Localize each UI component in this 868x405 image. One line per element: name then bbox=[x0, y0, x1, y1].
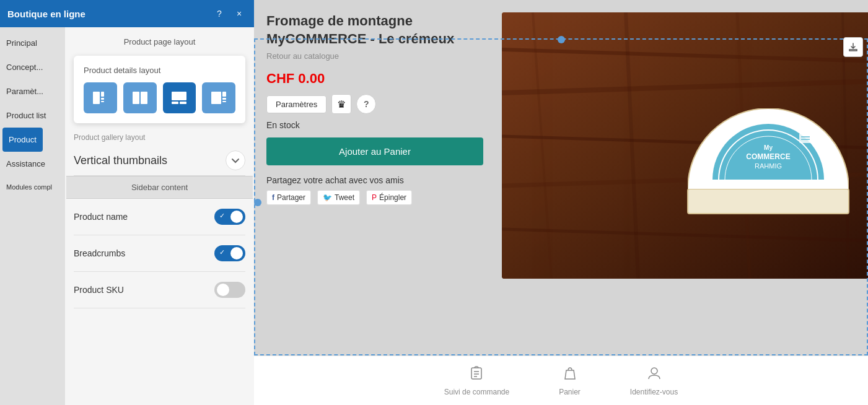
gallery-layout-title: Product gallery layout bbox=[74, 133, 245, 142]
share-section: Partagez votre achat avec vos amis f Par… bbox=[266, 175, 502, 205]
share-pinterest-label: Épingler bbox=[379, 193, 406, 202]
panel-body: Principal Concept... Paramèt... Product … bbox=[0, 27, 254, 405]
cart-icon bbox=[562, 365, 578, 385]
add-to-cart-button[interactable]: Ajouter au Panier bbox=[266, 137, 483, 165]
login-icon bbox=[646, 365, 662, 385]
svg-rect-11 bbox=[222, 98, 226, 100]
layout-option-4[interactable] bbox=[202, 82, 235, 113]
layout-option-2[interactable] bbox=[123, 82, 157, 113]
user-icon bbox=[646, 365, 662, 381]
facebook-icon: f bbox=[272, 193, 274, 202]
sidebar-item-product-list[interactable]: Product list bbox=[0, 103, 52, 128]
svg-rect-8 bbox=[180, 102, 186, 104]
product-image-svg: My COMMERCE RAHMIG bbox=[502, 12, 868, 279]
gallery-dropdown[interactable]: Vertical thumbnails bbox=[74, 146, 245, 176]
bottom-bar: Suivi de commande Panier bbox=[254, 355, 868, 405]
share-buttons: f Partager 🐦 Tweet P Épingler bbox=[266, 190, 502, 205]
login-label: Identifiez-vous bbox=[630, 388, 678, 396]
panel-title: Boutique en ligne bbox=[7, 9, 85, 19]
cart-label: Panier bbox=[559, 388, 581, 396]
sidebar-nav: Principal Concept... Paramèt... Product … bbox=[0, 27, 65, 405]
product-image: My COMMERCE RAHMIG bbox=[502, 12, 868, 279]
parametres-button[interactable]: Paramètres bbox=[266, 95, 327, 113]
sidebar-item-assistance[interactable]: Assistance bbox=[0, 152, 51, 176]
svg-rect-7 bbox=[172, 102, 178, 104]
download-icon bbox=[848, 42, 858, 52]
header-icons: ? × bbox=[212, 6, 247, 21]
layout-option-1[interactable] bbox=[84, 82, 117, 113]
order-tracking-icon bbox=[468, 365, 484, 385]
svg-rect-10 bbox=[222, 92, 226, 97]
layout-icon-3 bbox=[170, 89, 188, 107]
chevron-down-icon bbox=[231, 156, 240, 165]
svg-point-40 bbox=[651, 368, 657, 374]
left-panel: Boutique en ligne ? × Principal Concept.… bbox=[0, 0, 254, 405]
share-facebook-label: Partager bbox=[277, 193, 305, 202]
clipboard-icon bbox=[468, 365, 484, 381]
dropdown-arrow-icon[interactable] bbox=[226, 150, 245, 170]
download-button[interactable] bbox=[843, 37, 863, 57]
product-image-container: My COMMERCE RAHMIG bbox=[502, 12, 868, 355]
share-facebook[interactable]: f Partager bbox=[266, 190, 311, 205]
selection-handle-left bbox=[254, 199, 261, 206]
svg-rect-33 bbox=[799, 133, 812, 143]
twitter-icon: 🐦 bbox=[323, 193, 332, 202]
details-layout-title: Product details layout bbox=[84, 66, 235, 75]
product-info: Fromage de montagne MyCOMMERCE - Le crém… bbox=[266, 12, 502, 355]
help-product-button[interactable]: ? bbox=[356, 94, 376, 114]
bottom-item-cart[interactable]: Panier bbox=[559, 365, 581, 396]
app-container: Boutique en ligne ? × Principal Concept.… bbox=[0, 0, 868, 405]
bottom-item-login[interactable]: Identifiez-vous bbox=[630, 365, 678, 396]
share-pinterest[interactable]: P Épingler bbox=[366, 190, 412, 205]
product-title: Fromage de montagne MyCOMMERCE - Le crém… bbox=[266, 12, 502, 48]
svg-text:RAHMIG: RAHMIG bbox=[755, 162, 782, 170]
sidebar-item-concept[interactable]: Concept... bbox=[0, 55, 49, 79]
layout-icon-4 bbox=[210, 89, 227, 107]
svg-rect-4 bbox=[133, 92, 139, 104]
svg-rect-0 bbox=[93, 92, 100, 104]
svg-rect-5 bbox=[141, 92, 147, 104]
layout-options bbox=[84, 82, 235, 113]
close-button[interactable]: × bbox=[232, 6, 247, 21]
svg-rect-23 bbox=[688, 189, 849, 214]
bottom-item-order-tracking[interactable]: Suivi de commande bbox=[444, 365, 509, 396]
toggle-product-sku-switch[interactable] bbox=[214, 282, 245, 298]
toggle-product-sku-label: Product SKU bbox=[74, 285, 124, 295]
toggle-product-name: Product name ✓ bbox=[74, 199, 245, 235]
toggle-product-name-switch[interactable]: ✓ bbox=[214, 209, 245, 225]
order-tracking-label: Suivi de commande bbox=[444, 388, 509, 396]
share-title: Partagez votre achat avec vos amis bbox=[266, 175, 502, 185]
product-actions: Paramètres ♛ ? bbox=[266, 94, 502, 114]
sidebar-item-parametres[interactable]: Paramèt... bbox=[0, 79, 50, 103]
sidebar-content-header: Sidebar content bbox=[66, 176, 253, 199]
svg-rect-6 bbox=[172, 92, 186, 100]
gallery-option-label: Vertical thumbnails bbox=[74, 154, 167, 167]
svg-rect-36 bbox=[471, 368, 481, 379]
sidebar-item-principal[interactable]: Principal bbox=[0, 31, 43, 55]
page-layout-title: Product page layout bbox=[74, 36, 245, 47]
selection-handle-top bbox=[558, 36, 565, 43]
stock-status: En stock bbox=[266, 120, 502, 130]
svg-rect-2 bbox=[101, 98, 104, 100]
panel-content: Product page layout Product details layo… bbox=[65, 27, 254, 405]
toggle-breadcrumbs-switch[interactable]: ✓ bbox=[214, 245, 245, 261]
sidebar-item-product[interactable]: Product bbox=[2, 128, 43, 152]
share-twitter-label: Tweet bbox=[335, 193, 354, 202]
preview-area: Fromage de montagne MyCOMMERCE - Le crém… bbox=[254, 0, 868, 405]
toggle-product-sku: Product SKU bbox=[74, 272, 245, 308]
toggle-thumb-2 bbox=[230, 247, 243, 259]
share-twitter[interactable]: 🐦 Tweet bbox=[317, 190, 360, 205]
svg-rect-9 bbox=[211, 92, 221, 104]
layout-option-3[interactable] bbox=[163, 82, 196, 113]
help-button[interactable]: ? bbox=[212, 6, 227, 21]
gallery-layout-section: Product gallery layout Vertical thumbnai… bbox=[74, 133, 245, 176]
product-price: CHF 0.00 bbox=[266, 71, 502, 87]
toggle-product-name-label: Product name bbox=[74, 212, 128, 222]
crown-button[interactable]: ♛ bbox=[331, 94, 351, 114]
svg-text:COMMERCE: COMMERCE bbox=[746, 152, 790, 161]
back-link[interactable]: Retour au catalogue bbox=[266, 51, 502, 61]
svg-rect-1 bbox=[101, 92, 104, 97]
layout-icon-1 bbox=[92, 89, 109, 107]
sidebar-item-modules[interactable]: Modules compl bbox=[0, 176, 58, 198]
toggle-thumb-3 bbox=[217, 284, 229, 296]
